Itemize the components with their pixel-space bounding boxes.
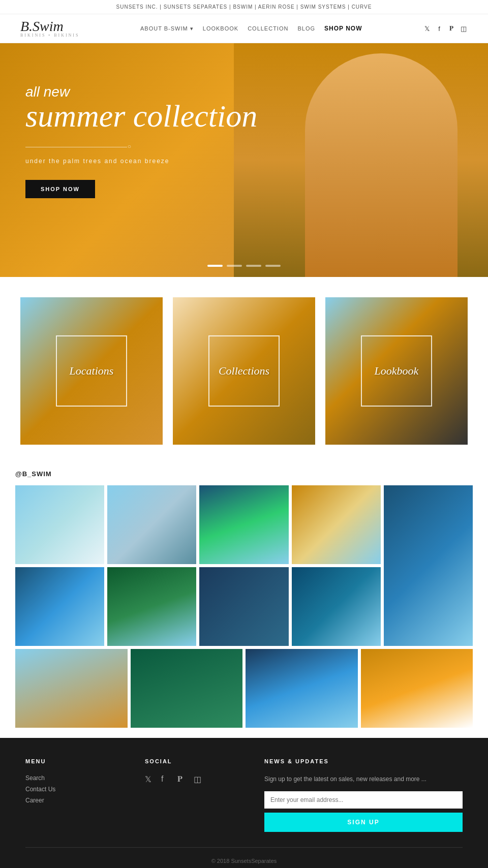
hero-section: all new summer collection under the palm… (0, 43, 488, 277)
instagram-section: @B_SWIM (0, 465, 488, 738)
footer-menu-search[interactable]: Search (25, 774, 125, 782)
signup-button[interactable]: SIGN UP (264, 813, 463, 832)
footer-facebook-icon[interactable]: f (161, 774, 171, 785)
category-lookbook[interactable]: Lookbook (325, 297, 468, 445)
twitter-icon[interactable]: 𝕏 (423, 24, 431, 33)
nav-lookbook[interactable]: LOOKBOOK (203, 25, 238, 32)
top-bar: SUNSETS INC. | SUNSETS SEPARATES | BSWIM… (0, 0, 488, 14)
hero-tag: all new (25, 84, 257, 100)
logo-sub: BIKINIS • BIKINIS (20, 34, 79, 38)
instagram-handle[interactable]: @B_SWIM (15, 470, 473, 478)
slide-dots (207, 265, 281, 267)
ig-item-7[interactable] (107, 567, 196, 646)
ig-item-3[interactable] (199, 485, 288, 564)
nav-blog[interactable]: BLOG (297, 25, 315, 32)
footer-menu-contact[interactable]: Contact Us (25, 786, 125, 793)
ig-item-1[interactable] (15, 485, 104, 564)
footer: MENU Search Contact Us Career SOCIAL 𝕏 f… (0, 738, 488, 868)
category-collections[interactable]: Collections (173, 297, 315, 445)
footer-pinterest-icon[interactable]: 𝐏 (177, 774, 188, 785)
instagram-grid (15, 485, 473, 646)
footer-bottom: © 2018 SunsetsSeparates (25, 847, 463, 864)
footer-menu-career[interactable]: Career (25, 797, 125, 804)
ig-item-6[interactable] (15, 567, 104, 646)
category-lookbook-frame: Lookbook (361, 335, 432, 407)
slide-dot-4[interactable] (265, 265, 281, 267)
hero-cta-button[interactable]: SHOP NOW (25, 180, 95, 198)
footer-menu-title: MENU (25, 758, 125, 764)
nav-about[interactable]: ABOUT B-SWIM ▾ (140, 25, 194, 32)
footer-social-title: SOCIAL (145, 758, 244, 764)
main-nav: ABOUT B-SWIM ▾ LOOKBOOK COLLECTION BLOG … (140, 25, 362, 32)
slide-dot-1[interactable] (207, 265, 223, 267)
category-locations[interactable]: Locations (20, 297, 163, 445)
category-locations-label: Locations (70, 364, 114, 378)
footer-twitter-icon[interactable]: 𝕏 (145, 774, 155, 785)
ig-item-5-tall[interactable] (384, 485, 473, 646)
hero-divider (25, 147, 127, 147)
hero-title: summer collection (25, 100, 257, 132)
category-locations-frame: Locations (56, 335, 127, 407)
ig-item-10[interactable] (15, 649, 128, 728)
footer-news: NEWS & UPDATES Sign up to get the latest… (264, 758, 463, 832)
ig-item-4[interactable] (292, 485, 381, 564)
footer-instagram-icon[interactable]: ◫ (194, 774, 204, 785)
email-input[interactable] (264, 791, 463, 809)
footer-menu: MENU Search Contact Us Career (25, 758, 125, 832)
footer-news-title: NEWS & UPDATES (264, 758, 463, 764)
logo[interactable]: B.Swim BIKINIS • BIKINIS (20, 19, 79, 38)
footer-grid: MENU Search Contact Us Career SOCIAL 𝕏 f… (25, 758, 463, 832)
facebook-icon[interactable]: f (435, 24, 443, 33)
top-bar-text: SUNSETS INC. | SUNSETS SEPARATES | BSWIM… (116, 4, 372, 10)
ig-item-13[interactable] (361, 649, 473, 728)
instagram-grid-2 (15, 649, 473, 728)
nav-collection[interactable]: COLLECTION (248, 25, 288, 32)
ig-item-2[interactable] (107, 485, 196, 564)
footer-social-icons: 𝕏 f 𝐏 ◫ (145, 774, 244, 785)
hero-content: all new summer collection under the palm… (25, 84, 257, 198)
ig-item-12[interactable] (246, 649, 358, 728)
category-lookbook-label: Lookbook (375, 364, 419, 378)
category-section: Locations Collections Lookbook (0, 277, 488, 465)
copyright: © 2018 SunsetsSeparates (211, 858, 277, 864)
ig-item-11[interactable] (131, 649, 243, 728)
hero-model-image (234, 43, 488, 277)
header: B.Swim BIKINIS • BIKINIS ABOUT B-SWIM ▾ … (0, 14, 488, 43)
ig-item-9[interactable] (292, 567, 381, 646)
ig-item-8[interactable] (199, 567, 288, 646)
header-social: 𝕏 f 𝐏 ◫ (423, 24, 468, 33)
slide-dot-2[interactable] (227, 265, 242, 267)
nav-shop-now[interactable]: SHOP NOW (324, 25, 362, 32)
instagram-icon[interactable]: ◫ (460, 24, 468, 33)
pinterest-icon[interactable]: 𝐏 (447, 24, 455, 33)
slide-dot-3[interactable] (246, 265, 261, 267)
category-collections-frame: Collections (208, 335, 280, 407)
footer-news-description: Sign up to get the latest on sales, new … (264, 774, 463, 784)
hero-subtitle: under the palm trees and ocean breeze (25, 158, 257, 165)
footer-social: SOCIAL 𝕏 f 𝐏 ◫ (145, 758, 244, 832)
category-collections-label: Collections (219, 364, 269, 378)
